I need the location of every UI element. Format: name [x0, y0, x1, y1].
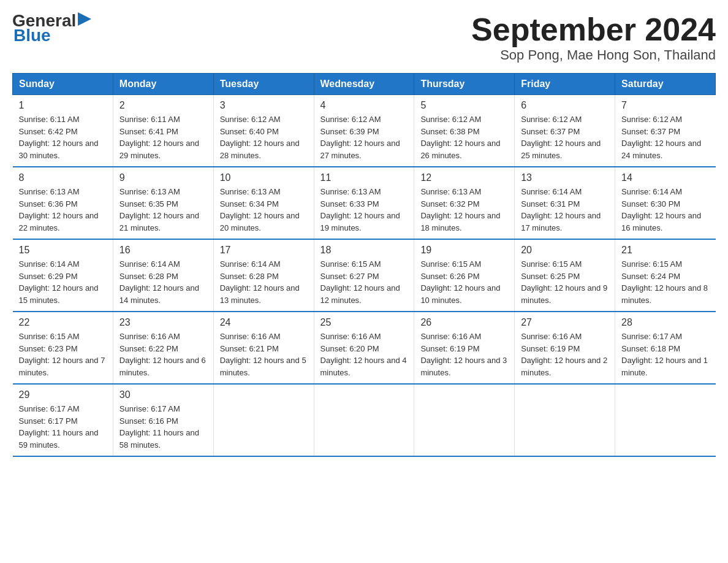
day-number: 29: [19, 389, 107, 400]
header-thursday: Thursday: [414, 74, 515, 95]
calendar-day-cell: 26 Sunrise: 6:16 AM Sunset: 6:19 PM Dayl…: [414, 312, 515, 384]
day-number: 19: [420, 245, 508, 256]
day-number: 20: [521, 245, 609, 256]
calendar-day-cell: 12 Sunrise: 6:13 AM Sunset: 6:32 PM Dayl…: [414, 167, 515, 239]
day-info: Sunrise: 6:16 AM Sunset: 6:20 PM Dayligh…: [320, 331, 408, 378]
day-info: Sunrise: 6:14 AM Sunset: 6:28 PM Dayligh…: [220, 258, 308, 306]
day-number: 2: [119, 100, 207, 111]
calendar-day-cell: 18 Sunrise: 6:15 AM Sunset: 6:27 PM Dayl…: [314, 239, 414, 312]
calendar-week-row: 29 Sunrise: 6:17 AM Sunset: 6:17 PM Dayl…: [13, 384, 716, 456]
calendar-day-cell: 17 Sunrise: 6:14 AM Sunset: 6:28 PM Dayl…: [213, 239, 314, 312]
day-info: Sunrise: 6:16 AM Sunset: 6:19 PM Dayligh…: [420, 331, 508, 378]
day-info: Sunrise: 6:17 AM Sunset: 6:16 PM Dayligh…: [119, 403, 207, 451]
calendar-day-cell: 10 Sunrise: 6:13 AM Sunset: 6:34 PM Dayl…: [213, 167, 314, 239]
day-number: 8: [19, 172, 107, 183]
header-row: Sunday Monday Tuesday Wednesday Thursday…: [13, 74, 716, 95]
day-info: Sunrise: 6:13 AM Sunset: 6:32 PM Dayligh…: [420, 186, 508, 234]
calendar-day-cell: 11 Sunrise: 6:13 AM Sunset: 6:33 PM Dayl…: [314, 167, 414, 239]
calendar-header: Sunday Monday Tuesday Wednesday Thursday…: [13, 74, 716, 95]
day-number: 9: [119, 172, 207, 183]
logo-text-blue: Blue: [13, 26, 51, 45]
day-number: 30: [119, 389, 207, 400]
day-info: Sunrise: 6:17 AM Sunset: 6:18 PM Dayligh…: [621, 331, 709, 378]
header-tuesday: Tuesday: [213, 74, 314, 95]
day-number: 22: [19, 317, 107, 328]
calendar-day-cell: [213, 384, 314, 456]
header-sunday: Sunday: [13, 74, 113, 95]
calendar-day-cell: 2 Sunrise: 6:11 AM Sunset: 6:41 PM Dayli…: [113, 95, 213, 167]
calendar-day-cell: 30 Sunrise: 6:17 AM Sunset: 6:16 PM Dayl…: [113, 384, 213, 456]
calendar-body: 1 Sunrise: 6:11 AM Sunset: 6:42 PM Dayli…: [13, 95, 716, 457]
day-info: Sunrise: 6:14 AM Sunset: 6:29 PM Dayligh…: [19, 258, 107, 306]
header-saturday: Saturday: [615, 74, 716, 95]
day-number: 21: [621, 245, 709, 256]
calendar-week-row: 1 Sunrise: 6:11 AM Sunset: 6:42 PM Dayli…: [13, 95, 716, 167]
day-number: 17: [220, 245, 308, 256]
calendar-day-cell: 5 Sunrise: 6:12 AM Sunset: 6:38 PM Dayli…: [414, 95, 515, 167]
calendar-week-row: 22 Sunrise: 6:15 AM Sunset: 6:23 PM Dayl…: [13, 312, 716, 384]
day-info: Sunrise: 6:15 AM Sunset: 6:25 PM Dayligh…: [521, 258, 609, 306]
calendar-day-cell: 24 Sunrise: 6:16 AM Sunset: 6:21 PM Dayl…: [213, 312, 314, 384]
day-number: 4: [320, 100, 408, 111]
day-info: Sunrise: 6:14 AM Sunset: 6:30 PM Dayligh…: [621, 186, 709, 234]
day-info: Sunrise: 6:13 AM Sunset: 6:36 PM Dayligh…: [19, 186, 107, 234]
day-number: 27: [521, 317, 609, 328]
day-info: Sunrise: 6:16 AM Sunset: 6:21 PM Dayligh…: [220, 331, 308, 378]
day-info: Sunrise: 6:11 AM Sunset: 6:42 PM Dayligh…: [19, 113, 107, 161]
day-number: 16: [119, 245, 207, 256]
day-info: Sunrise: 6:15 AM Sunset: 6:27 PM Dayligh…: [320, 258, 408, 306]
calendar-day-cell: 3 Sunrise: 6:12 AM Sunset: 6:40 PM Dayli…: [213, 95, 314, 167]
day-number: 5: [420, 100, 508, 111]
day-number: 6: [521, 100, 609, 111]
day-number: 14: [621, 172, 709, 183]
calendar-day-cell: 6 Sunrise: 6:12 AM Sunset: 6:37 PM Dayli…: [515, 95, 615, 167]
day-number: 13: [521, 172, 609, 183]
calendar-day-cell: 8 Sunrise: 6:13 AM Sunset: 6:36 PM Dayli…: [13, 167, 113, 239]
day-info: Sunrise: 6:11 AM Sunset: 6:41 PM Dayligh…: [119, 113, 207, 161]
day-info: Sunrise: 6:13 AM Sunset: 6:33 PM Dayligh…: [320, 186, 408, 234]
day-info: Sunrise: 6:16 AM Sunset: 6:19 PM Dayligh…: [521, 331, 609, 378]
calendar-day-cell: 25 Sunrise: 6:16 AM Sunset: 6:20 PM Dayl…: [314, 312, 414, 384]
calendar-day-cell: 16 Sunrise: 6:14 AM Sunset: 6:28 PM Dayl…: [113, 239, 213, 312]
day-info: Sunrise: 6:13 AM Sunset: 6:34 PM Dayligh…: [220, 186, 308, 234]
header-wednesday: Wednesday: [314, 74, 414, 95]
day-info: Sunrise: 6:12 AM Sunset: 6:38 PM Dayligh…: [420, 113, 508, 161]
day-number: 15: [19, 245, 107, 256]
calendar-day-cell: 20 Sunrise: 6:15 AM Sunset: 6:25 PM Dayl…: [515, 239, 615, 312]
calendar-day-cell: 29 Sunrise: 6:17 AM Sunset: 6:17 PM Dayl…: [13, 384, 113, 456]
title-section: September 2024 Sop Pong, Mae Hong Son, T…: [471, 12, 716, 63]
day-number: 24: [220, 317, 308, 328]
day-number: 28: [621, 317, 709, 328]
location-subtitle: Sop Pong, Mae Hong Son, Thailand: [471, 47, 716, 63]
day-number: 3: [220, 100, 308, 111]
calendar-day-cell: 23 Sunrise: 6:16 AM Sunset: 6:22 PM Dayl…: [113, 312, 213, 384]
day-number: 10: [220, 172, 308, 183]
day-info: Sunrise: 6:12 AM Sunset: 6:39 PM Dayligh…: [320, 113, 408, 161]
day-info: Sunrise: 6:15 AM Sunset: 6:24 PM Dayligh…: [621, 258, 709, 306]
calendar-day-cell: 22 Sunrise: 6:15 AM Sunset: 6:23 PM Dayl…: [13, 312, 113, 384]
calendar-day-cell: 9 Sunrise: 6:13 AM Sunset: 6:35 PM Dayli…: [113, 167, 213, 239]
calendar-day-cell: 28 Sunrise: 6:17 AM Sunset: 6:18 PM Dayl…: [615, 312, 716, 384]
calendar-day-cell: 1 Sunrise: 6:11 AM Sunset: 6:42 PM Dayli…: [13, 95, 113, 167]
calendar-week-row: 8 Sunrise: 6:13 AM Sunset: 6:36 PM Dayli…: [13, 167, 716, 239]
calendar-day-cell: 21 Sunrise: 6:15 AM Sunset: 6:24 PM Dayl…: [615, 239, 716, 312]
calendar-day-cell: 19 Sunrise: 6:15 AM Sunset: 6:26 PM Dayl…: [414, 239, 515, 312]
day-number: 18: [320, 245, 408, 256]
header-friday: Friday: [515, 74, 615, 95]
calendar-day-cell: [314, 384, 414, 456]
calendar-day-cell: 14 Sunrise: 6:14 AM Sunset: 6:30 PM Dayl…: [615, 167, 716, 239]
calendar-day-cell: 7 Sunrise: 6:12 AM Sunset: 6:37 PM Dayli…: [615, 95, 716, 167]
day-number: 11: [320, 172, 408, 183]
day-info: Sunrise: 6:13 AM Sunset: 6:35 PM Dayligh…: [119, 186, 207, 234]
logo: General Blue: [12, 12, 91, 44]
calendar-day-cell: [515, 384, 615, 456]
header-monday: Monday: [113, 74, 213, 95]
page-header: General Blue September 2024 Sop Pong, Ma…: [12, 12, 716, 63]
calendar-day-cell: [414, 384, 515, 456]
day-number: 26: [420, 317, 508, 328]
calendar-day-cell: 27 Sunrise: 6:16 AM Sunset: 6:19 PM Dayl…: [515, 312, 615, 384]
calendar-day-cell: 13 Sunrise: 6:14 AM Sunset: 6:31 PM Dayl…: [515, 167, 615, 239]
calendar-day-cell: 15 Sunrise: 6:14 AM Sunset: 6:29 PM Dayl…: [13, 239, 113, 312]
calendar-week-row: 15 Sunrise: 6:14 AM Sunset: 6:29 PM Dayl…: [13, 239, 716, 312]
calendar-day-cell: 4 Sunrise: 6:12 AM Sunset: 6:39 PM Dayli…: [314, 95, 414, 167]
